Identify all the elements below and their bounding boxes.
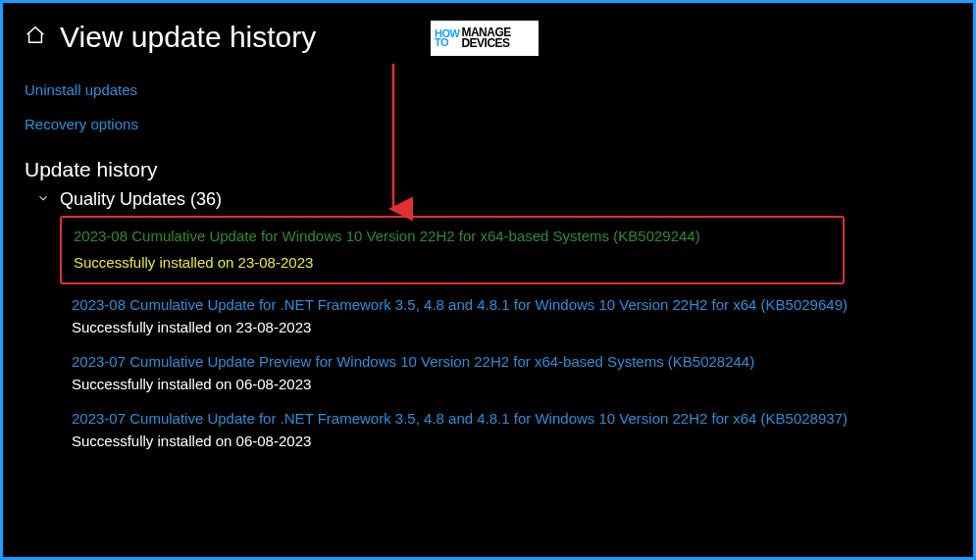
logo-text: TO (435, 38, 459, 47)
update-status: Successfully installed on 23-08-2023 (74, 254, 831, 271)
logo-text: DEVICES (461, 38, 510, 49)
highlighted-update: 2023-08 Cumulative Update for Windows 10… (60, 216, 845, 284)
update-status: Successfully installed on 06-08-2023 (72, 433, 951, 449)
update-title-link[interactable]: 2023-08 Cumulative Update for .NET Frame… (72, 296, 951, 313)
home-icon[interactable] (25, 25, 46, 50)
updates-list: 2023-08 Cumulative Update for Windows 10… (25, 216, 951, 459)
page-title: View update history (60, 21, 316, 54)
update-title-link[interactable]: 2023-08 Cumulative Update for Windows 10… (74, 228, 831, 244)
update-status: Successfully installed on 23-08-2023 (72, 319, 951, 335)
watermark-logo: HOW TO MANAGE DEVICES (429, 19, 540, 58)
section-title: Update history (25, 158, 951, 181)
update-item: 2023-07 Cumulative Update for .NET Frame… (72, 402, 951, 459)
group-label: Quality Updates (36) (60, 189, 222, 210)
update-status: Successfully installed on 06-08-2023 (72, 376, 951, 392)
logo-left: HOW TO (435, 29, 459, 48)
action-links: Uninstall updates Recovery options (25, 81, 951, 132)
update-item: 2023-07 Cumulative Update Preview for Wi… (72, 345, 951, 402)
quality-updates-group-header[interactable]: Quality Updates (36) (25, 189, 951, 210)
update-item: 2023-08 Cumulative Update for .NET Frame… (72, 288, 951, 345)
update-title-link[interactable]: 2023-07 Cumulative Update Preview for Wi… (72, 353, 951, 370)
chevron-down-icon (36, 191, 50, 209)
update-title-link[interactable]: 2023-07 Cumulative Update for .NET Frame… (72, 410, 951, 427)
recovery-options-link[interactable]: Recovery options (25, 116, 951, 132)
logo-right: MANAGE DEVICES (461, 27, 510, 50)
uninstall-updates-link[interactable]: Uninstall updates (25, 81, 951, 98)
